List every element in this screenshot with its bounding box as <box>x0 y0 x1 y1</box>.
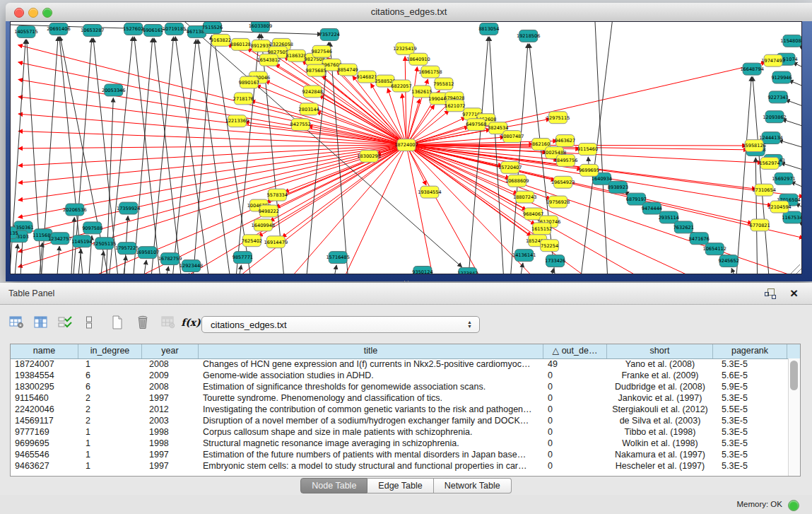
table-cell-year[interactable]: 2008 <box>142 358 199 370</box>
table-cell-in_degree[interactable]: 1 <box>78 426 142 438</box>
graph-node[interactable]: 7357224 <box>319 28 340 40</box>
graph-edge[interactable] <box>167 267 169 274</box>
graph-node[interactable]: 1562974 <box>759 157 779 169</box>
table-cell-short[interactable]: Jankovic et al. (1997) <box>607 392 713 404</box>
graph-node[interactable]: 1273842 <box>457 268 478 274</box>
graph-node[interactable]: 6906161 <box>143 24 163 36</box>
table-cell-title[interactable]: Structural magnetic resonance image aver… <box>199 438 543 449</box>
graph-node[interactable]: 16958107 <box>136 247 159 259</box>
graph-node[interactable]: 8813054 <box>478 23 499 35</box>
table-cell-in_degree[interactable]: 6 <box>78 381 142 392</box>
table-cell-pagerank[interactable]: 5.3E-5 <box>713 358 787 370</box>
table-cell-year[interactable]: 2003 <box>142 415 199 426</box>
graph-node[interactable]: 8860128 <box>230 38 251 50</box>
graph-node[interactable]: 15720407 <box>498 161 522 173</box>
window-title-bar[interactable]: citations_edges.txt <box>6 3 812 22</box>
table-row[interactable]: 1872400712008Changes of HCN gene express… <box>11 358 788 370</box>
table-cell-name[interactable]: 19384554 <box>11 370 78 381</box>
graph-node[interactable]: 9350124 <box>412 267 433 274</box>
table-cell-title[interactable]: Embryonic stem cells: a model to study s… <box>199 460 543 472</box>
graph-edge-selected[interactable] <box>406 145 752 223</box>
graph-node[interactable]: 10653287 <box>81 24 104 36</box>
graph-edge[interactable] <box>552 269 554 274</box>
graph-node[interactable]: 9245652 <box>719 255 739 267</box>
table-cell-in_degree[interactable]: 2 <box>78 404 142 415</box>
table-cell-title[interactable]: Genome-wide association studies in ADHD. <box>199 370 543 381</box>
table-cell-title[interactable]: Estimation of the future numbers of pati… <box>199 449 543 460</box>
table-cell-out_degree[interactable]: 0 <box>543 370 607 381</box>
graph-edge-selected[interactable] <box>406 145 437 274</box>
graph-edge[interactable] <box>782 119 802 129</box>
graph-edge[interactable] <box>753 77 771 274</box>
table-cell-in_degree[interactable]: 1 <box>78 449 142 460</box>
float-panel-button[interactable] <box>765 288 775 298</box>
table-cell-pagerank[interactable]: 5.5E-5 <box>713 404 787 415</box>
graph-node[interactable]: 2803144 <box>299 103 319 115</box>
graph-node[interactable]: 11548084 <box>780 35 802 47</box>
table-cell-short[interactable]: Hescheler et al. (1997) <box>607 460 713 472</box>
vertical-scrollbar[interactable] <box>788 358 800 476</box>
graph-node[interactable]: 12104594 <box>767 201 791 213</box>
table-cell-pagerank[interactable]: 5.3E-5 <box>713 415 787 426</box>
graph-node[interactable]: 9498222 <box>259 205 279 217</box>
graph-node[interactable]: 10654112 <box>702 243 726 255</box>
table-cell-year[interactable]: 1997 <box>142 392 199 404</box>
graph-node[interactable]: 7955812 <box>433 78 454 90</box>
graph-node[interactable]: 1167534 <box>782 211 802 223</box>
delete-entries-button[interactable] <box>133 313 153 332</box>
graph-node[interactable]: 12213369 <box>225 115 249 127</box>
table-cell-short[interactable]: Yano et al. (2008) <box>607 358 713 370</box>
column-header-title[interactable]: title <box>199 344 543 358</box>
table-cell-short[interactable]: de Silva et al. (2003) <box>607 415 713 426</box>
table-row[interactable]: 1938455462009Genome-wide association stu… <box>11 370 788 381</box>
select-columns-button[interactable] <box>55 313 75 332</box>
graph-node[interactable]: 9097588 <box>82 222 102 234</box>
table-cell-pagerank[interactable]: 5.3E-5 <box>713 392 787 404</box>
graph-node[interactable]: 18300295 <box>357 150 380 162</box>
graph-edge[interactable] <box>57 246 59 274</box>
table-cell-title[interactable]: Changes of HCN gene expression and I(f) … <box>199 358 543 370</box>
graph-node[interactable]: 12342757 <box>48 233 71 245</box>
network-canvas[interactable]: 1405571520691406106532871527602690616110… <box>10 21 802 274</box>
canvas-resize-grip-icon[interactable] <box>791 264 800 274</box>
graph-node[interactable]: 6770821 <box>749 219 770 231</box>
graph-node[interactable]: 19218506 <box>517 30 540 42</box>
graph-node[interactable]: 12923448 <box>180 260 203 272</box>
graph-edge-selected[interactable] <box>285 145 406 192</box>
graph-node[interactable]: 7632621 <box>673 221 694 233</box>
graph-edge-selected[interactable] <box>406 67 417 145</box>
row-height-button[interactable] <box>79 313 99 332</box>
table-cell-name[interactable]: 9777169 <box>11 426 78 438</box>
table-cell-in_degree[interactable]: 6 <box>78 370 142 381</box>
graph-edge[interactable] <box>731 268 745 274</box>
graph-node[interactable]: 17359924 <box>117 202 140 214</box>
graph-node[interactable]: 6822057 <box>391 80 411 92</box>
memory-indicator-dot[interactable] <box>788 500 799 511</box>
table-row[interactable]: 946554611997Estimation of the future num… <box>11 449 788 460</box>
graph-edge[interactable] <box>101 251 104 274</box>
table-cell-pagerank[interactable]: 5.3E-5 <box>713 438 787 449</box>
column-header-in_degree[interactable]: in_degree <box>78 344 142 358</box>
graph-edge-selected[interactable] <box>371 83 406 145</box>
table-cell-name[interactable]: 9699695 <box>11 438 78 449</box>
graph-edge[interactable] <box>239 265 241 274</box>
graph-node[interactable]: 5578334 <box>267 189 288 201</box>
show-column-button[interactable] <box>31 313 51 332</box>
graph-edge[interactable] <box>189 274 189 274</box>
table-cell-short[interactable]: Franke et al. (2009) <box>607 370 713 381</box>
graph-edge[interactable] <box>334 265 336 274</box>
table-cell-short[interactable]: Wolkin et al. (1998) <box>607 438 713 449</box>
graph-node[interactable]: 1621072 <box>445 100 465 112</box>
graph-node[interactable]: 16409948 <box>252 219 275 231</box>
graph-node[interactable]: 9115460 <box>577 144 598 156</box>
graph-edge[interactable] <box>304 42 329 274</box>
graph-edge[interactable] <box>78 249 81 274</box>
graph-node[interactable]: 10719185 <box>163 23 186 35</box>
table-cell-year[interactable]: 1998 <box>142 426 199 438</box>
table-cell-out_degree[interactable]: 0 <box>543 381 607 392</box>
graph-node[interactable]: 9827546 <box>312 45 332 57</box>
graph-node[interactable]: 16961758 <box>418 66 442 78</box>
graph-node[interactable]: 20053346 <box>102 84 125 96</box>
graph-node[interactable]: 752254 <box>541 240 559 252</box>
table-cell-name[interactable]: 14569117 <box>11 415 78 426</box>
